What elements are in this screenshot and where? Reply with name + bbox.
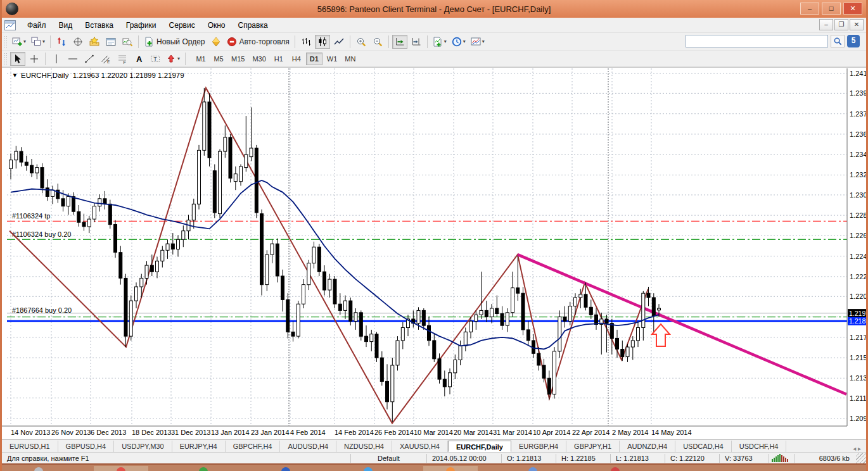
resize-grip[interactable] <box>856 453 866 463</box>
search-input[interactable] <box>686 35 828 47</box>
maximize-button[interactable]: □ <box>822 3 841 15</box>
taskbar-app-2[interactable] <box>94 466 148 471</box>
status-profile[interactable]: Default <box>350 454 426 463</box>
toolbar-separator <box>45 53 46 65</box>
mdi-restore-button[interactable]: ❐ <box>834 19 848 30</box>
taskbar-app-5[interactable] <box>341 466 395 471</box>
menu-item-2[interactable]: Вставка <box>79 19 120 32</box>
chart-tab-audusd-h4[interactable]: AUDUSD,H4 <box>280 441 336 452</box>
timeframe-m5-button[interactable]: M5 <box>210 53 227 65</box>
navigator-button[interactable] <box>87 35 102 49</box>
timeframe-m30-button[interactable]: M30 <box>249 53 269 65</box>
taskbar-app-6[interactable] <box>423 466 478 471</box>
search-icon[interactable] <box>831 35 845 47</box>
autotrade-button[interactable]: Авто-торговля <box>225 35 291 49</box>
taskbar-app-3-icon <box>199 467 208 471</box>
dropdown-arrow-icon: ▾ <box>23 39 26 44</box>
cursor-button[interactable] <box>10 52 25 66</box>
market-watch-button[interactable] <box>54 35 69 49</box>
strategy-tester-button[interactable] <box>120 35 135 49</box>
templates-button[interactable]: ▾ <box>469 35 487 49</box>
zoom-in-button[interactable] <box>354 35 369 49</box>
chart-tab-usdchf-h4[interactable]: USDCHF,H4 <box>732 441 787 452</box>
chart-area[interactable]: 14 Nov 201326 Nov 20136 Dec 201318 Dec 2… <box>2 67 866 439</box>
fibonacci-button[interactable]: F <box>115 52 130 66</box>
chart-shift-button[interactable] <box>409 35 424 49</box>
new-order-button[interactable]: Новый Ордер <box>142 35 207 49</box>
trendline-icon <box>84 54 94 64</box>
chart-tab-usdjpy-m30[interactable]: USDJPY,M30 <box>114 441 172 452</box>
tab-scroll-arrows[interactable]: ◂ ▸ <box>848 445 866 452</box>
chart-tab-audnzd-h4[interactable]: AUDNZD,H4 <box>620 441 675 452</box>
close-button[interactable]: ✕ <box>843 3 862 15</box>
taskbar-app-3[interactable] <box>176 466 231 471</box>
indicator-doc-icon <box>433 37 443 47</box>
timeframe-m1-button[interactable]: M1 <box>193 53 209 65</box>
timeframe-h1-button[interactable]: H1 <box>271 53 287 65</box>
timeframe-h4-button[interactable]: H4 <box>288 53 305 65</box>
vertical-line-button[interactable] <box>49 52 64 66</box>
menu-item-6[interactable]: Справка <box>232 19 274 32</box>
windows-taskbar[interactable] <box>0 463 868 471</box>
crosshair-button[interactable] <box>27 52 42 66</box>
timeframe-w1-button[interactable]: W1 <box>324 53 341 65</box>
candle-chart-button[interactable] <box>315 35 330 49</box>
timeframe-mn-button[interactable]: MN <box>341 53 359 65</box>
price-axis-label: 1.24165 <box>850 70 866 77</box>
new-chart-button[interactable]: ▾ <box>10 35 28 49</box>
trendline-button[interactable] <box>82 52 97 66</box>
metaeditor-button[interactable] <box>208 35 224 49</box>
mdi-minimize-button[interactable]: – <box>819 19 833 30</box>
chart-tab-nzdusd-h4[interactable]: NZDUSD,H4 <box>336 441 392 452</box>
order-label: #1106324 tp <box>12 212 50 220</box>
toolbar-separator <box>50 35 51 48</box>
mql5-community-button[interactable]: 5 <box>847 35 860 47</box>
taskbar-app-4[interactable] <box>258 466 313 471</box>
price-chart[interactable]: 14 Nov 201326 Nov 20136 Dec 201318 Dec 2… <box>2 68 866 440</box>
svg-text:A: A <box>136 54 143 64</box>
chart-tab-gbpchf-h4[interactable]: GBPCHF,H4 <box>226 441 281 452</box>
menu-item-5[interactable]: Окно <box>201 19 232 32</box>
text-button[interactable]: A <box>131 52 146 66</box>
text-label-button[interactable]: T <box>148 52 163 66</box>
chart-tab-eurjpy-h4[interactable]: EURJPY,H4 <box>172 441 226 452</box>
mdi-close-button[interactable]: ✕ <box>850 19 864 30</box>
taskbar-app-1[interactable] <box>11 466 66 471</box>
taskbar-app-7[interactable] <box>506 466 560 471</box>
chart-tab-usdcad-h4[interactable]: USDCAD,H4 <box>675 441 732 452</box>
chart-tab-gbpusd-h4[interactable]: GBPUSD,H4 <box>58 441 115 452</box>
terminal-button[interactable] <box>103 35 118 49</box>
chart-tab-eurusd-h1[interactable]: EURUSD,H1 <box>2 441 58 452</box>
indicators-button[interactable]: ▾ <box>431 35 449 49</box>
chart-tab-eurgbp-h4[interactable]: EURGBP,H4 <box>511 441 566 452</box>
timeframe-d1-button[interactable]: D1 <box>306 53 322 65</box>
status-help-text: Для справки, нажмите F1 <box>2 454 350 463</box>
shapes-button[interactable]: ▾ <box>164 52 182 66</box>
channel-button[interactable]: E <box>98 52 113 66</box>
taskbar-app-8[interactable] <box>588 466 642 471</box>
menu-item-3[interactable]: Графики <box>120 19 163 32</box>
profiles-button[interactable]: ▾ <box>29 35 47 49</box>
data-window-button[interactable] <box>70 35 86 49</box>
taskbar-app-4-icon <box>281 467 290 471</box>
bar-chart-button[interactable] <box>298 35 314 49</box>
minimize-button[interactable]: – <box>800 3 819 15</box>
line-chart-button[interactable] <box>331 35 347 49</box>
menu-item-1[interactable]: Вид <box>53 19 79 32</box>
zoom-out-button[interactable] <box>370 35 385 49</box>
toolbar-drag-handle[interactable] <box>4 53 7 65</box>
chart-tab-eurchf-daily[interactable]: EURCHF,Daily <box>448 441 511 452</box>
price-axis-label: 1.21710 <box>850 334 866 341</box>
toolbar-drag-handle[interactable] <box>4 35 7 48</box>
menu-item-0[interactable]: Файл <box>21 19 53 32</box>
periods-button[interactable]: ▾ <box>450 35 468 49</box>
horizontal-line-button[interactable] <box>65 52 80 66</box>
timeframe-m15-button[interactable]: M15 <box>228 53 248 65</box>
chart-tab-xauusd-h4[interactable]: XAUUSD,H4 <box>392 441 448 452</box>
chart-tab-gbpjpy-h1[interactable]: GBPJPY,H1 <box>566 441 620 452</box>
auto-scroll-button[interactable] <box>392 35 407 49</box>
status-bar-time: 2014.05.12 00:00 <box>426 454 501 463</box>
hline-icon <box>68 54 78 64</box>
title-bar[interactable]: 565896: Panteon Client Terminal - Демо С… <box>2 0 866 18</box>
menu-item-4[interactable]: Сервис <box>163 19 201 32</box>
